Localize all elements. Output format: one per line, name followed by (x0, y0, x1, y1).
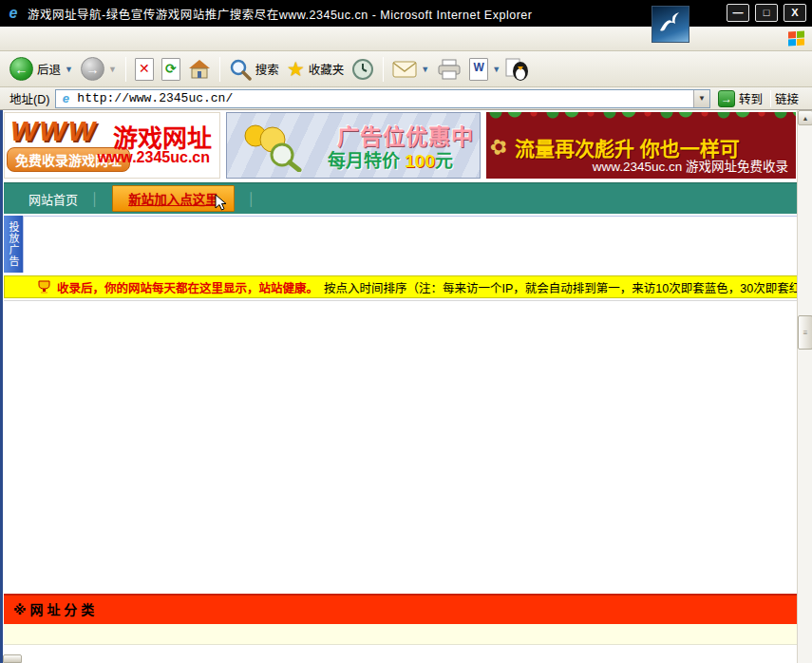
page-content: WWW 免费收录游戏网址 游戏网址 www.2345uc.cn 广告位优惠中 每… (0, 110, 797, 663)
refresh-icon: ⟳ (161, 58, 180, 81)
mail-button[interactable]: ▼ (388, 54, 433, 85)
back-button[interactable]: ← 后退 ▼ (6, 54, 77, 85)
edit-word-button[interactable]: W (465, 54, 492, 85)
penguin-icon (504, 57, 529, 82)
back-arrow-icon: ← (9, 57, 33, 81)
christmas-garland-decoration (486, 112, 796, 123)
vertical-scrollbar[interactable]: ▲ ≡ (797, 110, 812, 663)
stop-button[interactable]: ✕ (131, 54, 158, 85)
close-button[interactable]: X (784, 4, 806, 22)
menu-bar (0, 27, 812, 51)
address-url: http://www.2345uc.cn/ (77, 91, 233, 105)
category-row-2 (4, 646, 797, 663)
links-directory-table (4, 300, 797, 591)
refresh-button[interactable]: ⟳ (158, 54, 184, 85)
favorites-star-icon: ★ (287, 59, 305, 79)
gold-ribbon-icon: ✿ (486, 133, 511, 162)
page-favicon: e (59, 92, 72, 105)
browser-window: e 游戏网址导航-绿色宣传游戏网站推广搜索尽在www.2345uc.cn - M… (0, 0, 812, 663)
nav-divider: │ (248, 192, 255, 206)
ie-icon: e (5, 5, 22, 22)
title-bar: e 游戏网址导航-绿色宣传游戏网站推广搜索尽在www.2345uc.cn - M… (0, 0, 812, 27)
forward-dropdown-icon[interactable]: ▼ (108, 65, 117, 74)
maximize-button[interactable]: □ (755, 4, 778, 22)
minimize-button[interactable]: — (727, 4, 749, 22)
history-clock-icon (351, 58, 374, 81)
toolbar: ← 后退 ▼ → ▼ ✕ ⟳ 搜索 ★ 收藏夹 (0, 51, 812, 87)
join-site-button[interactable]: 新站加入点这里 (112, 185, 235, 212)
trophy-icon (37, 280, 51, 294)
nav-divider: │ (91, 192, 99, 206)
word-icon: W (469, 58, 488, 81)
banner-ad-discount[interactable]: 广告位优惠中 每月特价 100元 (226, 112, 481, 179)
links-toolbar-label[interactable]: 链接 (775, 89, 799, 107)
print-icon (437, 59, 462, 80)
nav-home-link[interactable]: 网站首页 (28, 190, 78, 208)
scrollbar-thumb[interactable]: ≡ (798, 315, 812, 350)
site-nav-bar: 网站首页 │ 新站加入点这里 │ (4, 182, 797, 214)
back-dropdown-icon[interactable]: ▼ (65, 65, 73, 74)
window-title: 游戏网址导航-绿色宣传游戏网站推广搜索尽在www.2345uc.cn - Mic… (28, 5, 532, 23)
people-magnifier-icon (235, 121, 305, 172)
banner-traffic[interactable]: ✿ 流量再次彪升 你也一样可 www.2345uc.cn 游戏网址免费收录 (486, 112, 796, 179)
toolbar-separator (383, 57, 384, 82)
favorites-button[interactable]: ★ 收藏夹 (283, 54, 348, 85)
toolbar-separator (219, 57, 220, 82)
notice-red-text: 收录后，你的网站每天都在这里显示，站站健康。 (57, 278, 318, 296)
brand-seagull-icon (651, 6, 689, 43)
address-dropdown-icon[interactable]: ▼ (693, 90, 709, 107)
windows-logo-icon (788, 30, 804, 47)
scroll-up-button[interactable]: ▲ (798, 110, 812, 125)
mail-icon (392, 60, 417, 79)
horizontal-scrollbar-stub[interactable] (3, 654, 22, 663)
banner-free-listing[interactable]: WWW 免费收录游戏网址 游戏网址 www.2345uc.cn (4, 112, 220, 179)
address-input[interactable]: e http://www.2345uc.cn/ ▼ (55, 89, 710, 108)
address-bar: 地址(D) e http://www.2345uc.cn/ ▼ → 转到 链接 (0, 87, 812, 110)
home-icon (188, 58, 211, 81)
category-row-1 (4, 624, 797, 645)
section-header: ※ 网 址 分 类 (4, 594, 797, 624)
messenger-button[interactable] (500, 54, 533, 85)
stop-icon: ✕ (135, 58, 154, 81)
toolbar-dropdown-icon[interactable]: ▼ (492, 65, 500, 74)
address-separator (770, 90, 771, 107)
banner-left-url: www.2345uc.cn (97, 149, 210, 166)
forward-arrow-icon: → (81, 57, 104, 81)
home-button[interactable] (184, 54, 215, 85)
forward-button[interactable]: → ▼ (77, 54, 121, 85)
go-button[interactable]: → 转到 (718, 89, 763, 107)
search-icon (229, 58, 252, 81)
history-button[interactable] (348, 54, 378, 85)
ad-vertical-label: 投放广告 (4, 216, 23, 273)
ad-strip: 投放广告 (4, 216, 797, 273)
notice-black-text: 按点入时间排序（注：每来访一个IP，就会自动排到第一，来访10次即套蓝色，30次… (324, 278, 797, 296)
go-arrow-icon: → (718, 90, 735, 107)
toolbar-separator (125, 57, 126, 82)
print-button[interactable] (433, 54, 465, 85)
banner-right-sub: www.2345uc.cn 游戏网址免费收录 (593, 156, 788, 175)
search-button[interactable]: 搜索 (225, 54, 283, 85)
mouse-cursor-icon (215, 194, 228, 211)
www-logo: WWW (10, 115, 97, 147)
banner-mid-line2: 每月特价 100元 (328, 146, 453, 172)
notice-bar: 收录后，你的网站每天都在这里显示，站站健康。 按点入时间排序（注：每来访一个IP… (4, 275, 797, 298)
mail-dropdown-icon[interactable]: ▼ (421, 65, 429, 74)
address-label: 地址(D) (9, 89, 49, 107)
